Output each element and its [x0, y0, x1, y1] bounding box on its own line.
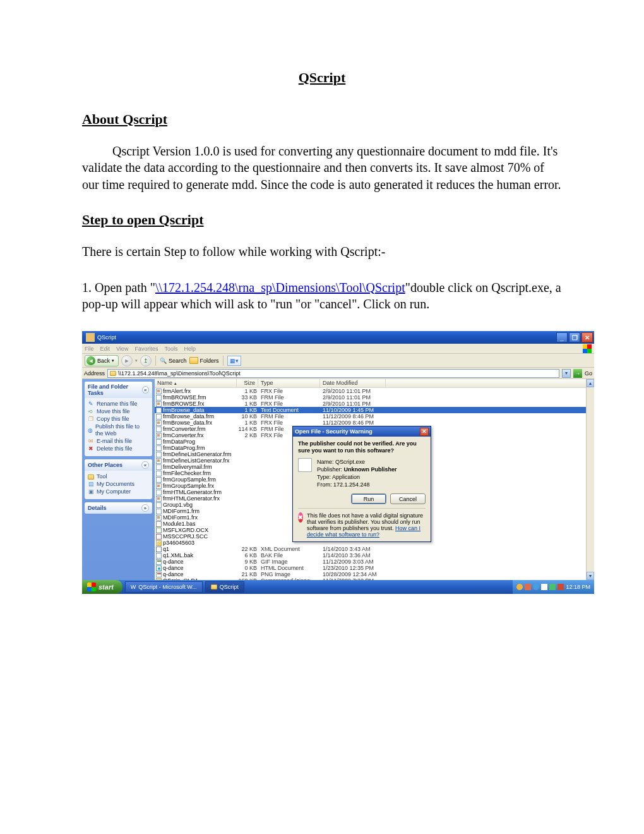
windows-logo-icon: [87, 583, 96, 591]
vertical-scrollbar[interactable]: ▴ ▾: [586, 379, 594, 580]
delete-icon: ✖: [88, 446, 94, 452]
go-button[interactable]: →: [573, 369, 582, 378]
file-size: 21 KB: [237, 571, 258, 577]
file-size: 1 KB: [237, 401, 258, 407]
col-type[interactable]: Type: [258, 379, 320, 387]
file-row[interactable]: q-dance0 KBHTML Document1/23/2010 12:35 …: [155, 565, 594, 571]
file-icon: [156, 401, 162, 407]
run-button[interactable]: Run: [351, 493, 386, 504]
file-row[interactable]: frmBROWSE.frx1 KBFRX File2/9/2010 11:01 …: [155, 401, 594, 407]
file-name: frmHTMLGenerator.frm: [163, 489, 222, 495]
menu-edit[interactable]: Edit: [100, 346, 110, 352]
file-name: Group1.vbg: [163, 502, 193, 508]
word-icon: W: [131, 584, 136, 590]
place-mycomp[interactable]: ▣My Computer: [88, 488, 149, 495]
scroll-down-arrow[interactable]: ▾: [587, 572, 594, 580]
up-button[interactable]: ↥: [140, 355, 152, 366]
menu-tools[interactable]: Tools: [164, 346, 177, 352]
dialog-close-button[interactable]: ✕: [420, 428, 429, 436]
file-row[interactable]: q-dance9 KBGIF Image11/12/2009 3:03 AM: [155, 559, 594, 565]
file-row[interactable]: frmBrowse_data.frm10 KBFRM File11/12/200…: [155, 413, 594, 420]
taskbar-item-qscript[interactable]: QScript: [205, 581, 244, 593]
file-row[interactable]: q122 KBXML Document1/14/2010 3:43 AM: [155, 546, 594, 552]
file-name: frmDefineListGenerator.frx: [163, 457, 230, 464]
tray-icon[interactable]: [549, 584, 556, 590]
tray-icon[interactable]: [541, 584, 547, 590]
step-1-link[interactable]: \\172.1.254.248\rna_sp\Dimensions\Tool\Q…: [155, 281, 405, 294]
file-size: [237, 508, 258, 514]
file-date: 2/9/2010 11:01 PM: [320, 394, 386, 401]
col-size[interactable]: Size: [237, 379, 258, 387]
address-label: Address: [84, 370, 105, 377]
taskbar-item-word[interactable]: W QScript - Microsoft W...: [125, 581, 203, 593]
search-button[interactable]: 🔍 Search: [160, 358, 187, 364]
tray-icon[interactable]: [533, 584, 539, 590]
forward-button[interactable]: ►: [121, 355, 133, 366]
minimize-button[interactable]: _: [556, 332, 568, 342]
tray-icon[interactable]: [516, 584, 523, 590]
task-delete[interactable]: ✖Delete this file: [88, 445, 149, 452]
tray-clock: 12:18 PM: [566, 584, 590, 590]
rename-icon: ✎: [88, 401, 94, 408]
scroll-up-arrow[interactable]: ▴: [587, 379, 594, 387]
file-type: FRM File: [258, 413, 320, 420]
place-mydocs[interactable]: ▤My Documents: [88, 481, 149, 488]
panel-file-tasks-header[interactable]: File and Folder Tasks «: [85, 382, 152, 398]
close-button[interactable]: ✕: [581, 332, 593, 342]
address-input[interactable]: \\172.1.254.248\rna_sp\Dimensions\Tool\Q…: [107, 369, 559, 378]
file-size: [237, 540, 258, 546]
file-name: frmBrowse_data.frx: [163, 420, 212, 426]
col-name[interactable]: Name ▴: [155, 379, 237, 387]
file-icon: [156, 528, 162, 533]
place-tool-label: Tool: [97, 473, 107, 480]
address-bar: Address \\172.1.254.248\rna_sp\Dimension…: [82, 368, 594, 379]
globe-icon: ◍: [88, 427, 93, 433]
file-icon: [156, 547, 162, 552]
back-button[interactable]: ◄ Back ▾: [85, 355, 119, 366]
panel-details: Details »: [85, 502, 152, 514]
views-icon: ▦▾: [230, 358, 239, 364]
menu-file[interactable]: File: [85, 346, 94, 352]
views-button[interactable]: ▦▾: [227, 356, 241, 366]
kv-from-v: 172.1.254.248: [333, 481, 370, 488]
file-icon: [156, 540, 162, 546]
task-delete-label: Delete this file: [97, 445, 133, 452]
task-rename[interactable]: ✎Rename this file: [88, 401, 149, 408]
dialog-titlebar[interactable]: Open File - Security Warning ✕: [293, 426, 431, 437]
panel-other-places: Other Places « Tool ▤My Documents ▣My Co…: [85, 459, 152, 499]
cancel-button[interactable]: Cancel: [390, 493, 426, 504]
file-row[interactable]: q-dance21 KBPNG Image10/28/2009 12:34 AM: [155, 571, 594, 577]
maximize-button[interactable]: ❐: [569, 332, 580, 342]
folder-icon-2: [88, 474, 94, 480]
task-publish[interactable]: ◍Publish this file to the Web: [88, 423, 149, 437]
menu-help[interactable]: Help: [184, 346, 196, 352]
panel-other-places-header[interactable]: Other Places «: [85, 459, 152, 471]
address-dropdown[interactable]: ▾: [562, 369, 571, 378]
file-size: [237, 476, 258, 483]
file-row[interactable]: frmAlert.frx1 KBFRX File2/9/2010 11:01 P…: [155, 388, 594, 394]
file-row[interactable]: frmBROWSE.frm33 KBFRM File2/9/2010 11:01…: [155, 394, 594, 401]
panel-file-tasks-label: File and Folder Tasks: [88, 384, 142, 396]
folders-button[interactable]: Folders: [189, 357, 219, 364]
file-row[interactable]: frmBrowse_data1 KBText Document11/10/200…: [155, 407, 594, 413]
file-icon: [156, 389, 162, 394]
task-copy[interactable]: ❐Copy this file: [88, 416, 149, 423]
file-row[interactable]: frmBrowse_data.frx1 KBFRX File11/12/2009…: [155, 420, 594, 426]
task-email[interactable]: ✉E-mail this file: [88, 438, 149, 445]
panel-details-header[interactable]: Details »: [85, 502, 152, 514]
kv-type-k: Type:: [317, 474, 331, 480]
col-date[interactable]: Date Modified: [320, 379, 386, 387]
task-move[interactable]: ➪Move this file: [88, 408, 149, 415]
place-tool[interactable]: Tool: [88, 473, 149, 480]
menu-view[interactable]: View: [116, 346, 128, 352]
tray-icon[interactable]: [558, 584, 564, 590]
menu-favorites[interactable]: Favorites: [134, 346, 158, 352]
file-name: frmConverter.frm: [163, 426, 206, 432]
file-row[interactable]: q1.XML.bak6 KBBAK File1/14/2010 3:36 AM: [155, 552, 594, 559]
start-button[interactable]: start: [82, 580, 122, 594]
file-icon: [156, 445, 162, 451]
file-name: frmDefineListGenerator.frm: [163, 451, 232, 457]
tray-icon[interactable]: [525, 584, 531, 590]
file-icon: [156, 509, 162, 514]
file-icon: [298, 458, 312, 472]
